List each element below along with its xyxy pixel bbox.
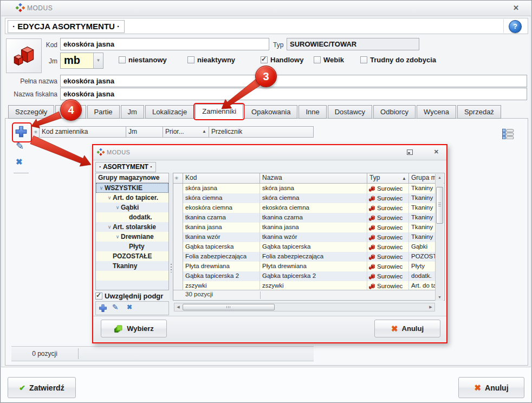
grid-column-header[interactable]: Jm▲ xyxy=(126,127,163,137)
tree-item[interactable]: ∨ Tkaniny xyxy=(96,261,168,271)
wybierz-button[interactable]: Wybierz xyxy=(101,320,167,337)
row-selector[interactable] xyxy=(173,242,183,252)
cell-grupa: Tkaniny xyxy=(409,203,436,213)
table-row[interactable]: tkanina jasna tkanina jasna Surowiec Tka… xyxy=(173,223,436,232)
table-row[interactable]: Folia zabezpieczająca Folia zabezpieczaj… xyxy=(173,252,436,262)
chevron-down-icon[interactable]: ∨ xyxy=(98,183,105,193)
row-selector[interactable] xyxy=(173,271,183,281)
dialog-titlebar[interactable]: MODUS ✕ xyxy=(93,145,446,160)
tree-item[interactable]: ∨ Art. do tapicer. xyxy=(96,193,168,203)
tree-item[interactable]: ∨ Drewniane xyxy=(96,232,168,242)
grid-column-header[interactable]: Prior...▲ xyxy=(163,127,209,137)
tab-item[interactable]: Partie xyxy=(87,105,120,119)
edit-zamiennik-button[interactable]: ✎ xyxy=(16,140,24,152)
row-selector[interactable] xyxy=(173,262,183,271)
delete-group-button[interactable]: ✖ xyxy=(127,303,132,311)
table-column-header[interactable]: Kod▲ xyxy=(183,173,260,183)
scroll-left-icon[interactable]: ◀ xyxy=(174,303,182,311)
tab-item[interactable]: Ceny xyxy=(55,105,86,119)
table-row[interactable]: tkanina czarna tkanina czarna Surowiec T… xyxy=(173,213,436,223)
row-selector[interactable] xyxy=(173,252,183,262)
flag-checkbox-item[interactable]: niestanowy xyxy=(119,55,167,64)
scroll-up-icon[interactable]: ▲ xyxy=(436,174,444,181)
table-column-header[interactable]: Grupa ma▲ xyxy=(409,173,436,183)
cell-nazwa: Gąbka tapicerska xyxy=(260,242,367,252)
tab-item[interactable]: Sprzedaż xyxy=(457,105,501,119)
flag-checkbox-item[interactable]: Trudny do zdobycia xyxy=(360,55,436,64)
table-row[interactable]: skóra jasna skóra jasna Surowiec Tkaniny xyxy=(173,184,436,193)
tree-item[interactable]: ∨ WSZYSTKIE xyxy=(96,183,168,193)
help-icon[interactable]: ? xyxy=(509,20,522,33)
flag-checkbox-item[interactable]: nieaktywny xyxy=(187,55,235,64)
chevron-down-icon[interactable]: ∨ xyxy=(114,232,121,242)
edit-group-button[interactable]: ✎ xyxy=(112,303,119,311)
column-chooser-icon[interactable] xyxy=(502,128,514,139)
zatwierdz-button[interactable]: ✔ Zatwierdź xyxy=(8,377,76,398)
chevron-down-icon[interactable]: ∨ xyxy=(106,193,113,203)
row-selector[interactable] xyxy=(173,213,183,223)
row-selector[interactable] xyxy=(173,184,183,193)
scroll-down-icon[interactable]: ▼ xyxy=(436,294,444,301)
nazwa-fiskalna-input[interactable] xyxy=(60,88,527,100)
window-titlebar[interactable]: MODUS ✕ xyxy=(1,1,531,16)
table-row[interactable]: Gąbka tapicerska 2 Gąbka tapicerska 2 Su… xyxy=(173,271,436,281)
grid-column-header[interactable]: Przelicznik▲ xyxy=(209,127,313,137)
tab-item[interactable]: Wycena xyxy=(417,105,456,119)
tree-header: Grupy magazynowe xyxy=(96,173,168,183)
checkbox-icon[interactable] xyxy=(261,56,268,63)
tree-item-label: Płyty xyxy=(129,242,145,251)
close-icon[interactable]: ✕ xyxy=(513,4,519,12)
vertical-scrollbar[interactable]: ▲ ▼ xyxy=(435,174,444,301)
tab-item[interactable]: Lokalizacje xyxy=(145,105,194,119)
dialog-anuluj-button[interactable]: ✖ Anuluj xyxy=(374,320,440,337)
row-selector[interactable] xyxy=(173,223,183,232)
tab-item[interactable]: Inne xyxy=(299,105,326,119)
delete-zamiennik-button[interactable]: ✖ xyxy=(16,157,23,167)
scrollbar-thumb[interactable] xyxy=(436,187,443,224)
tree-item[interactable]: ∨ Art. stolarskie xyxy=(96,222,168,232)
flag-checkbox-item[interactable]: Handlowy xyxy=(261,55,303,64)
tab-item[interactable]: Opakowania xyxy=(244,105,297,119)
include-subgroups-row[interactable]: Uwzględnij podgr xyxy=(95,291,169,301)
tree-item[interactable]: ∨ dodatk. xyxy=(96,212,168,222)
chevron-down-icon[interactable]: ∨ xyxy=(114,203,121,212)
anuluj-button[interactable]: ✖ Anuluj xyxy=(458,377,524,398)
help-button[interactable]: ? xyxy=(503,19,527,33)
table-row[interactable]: Płyta drewniana Płyta drewniana Surowiec… xyxy=(173,262,436,271)
row-selector[interactable] xyxy=(173,193,183,203)
checkbox-icon[interactable] xyxy=(314,56,321,63)
add-group-button[interactable] xyxy=(99,304,107,313)
table-row[interactable]: Gąbka tapicerska Gąbka tapicerska Surowi… xyxy=(173,242,436,252)
checkbox-icon[interactable] xyxy=(95,292,102,300)
table-row[interactable]: tkanina wzór tkanina wzór Surowiec Tkani… xyxy=(173,232,436,242)
chevron-down-icon[interactable]: ∨ xyxy=(106,222,113,232)
scroll-right-icon[interactable]: ▶ xyxy=(427,303,434,311)
kod-input[interactable] xyxy=(60,38,269,50)
table-column-header[interactable]: Typ▲ xyxy=(367,173,409,183)
grid-column-header[interactable]: Kod zamiennika▲ xyxy=(40,127,126,137)
restore-icon[interactable] xyxy=(407,150,413,155)
flag-checkbox-item[interactable]: Webik xyxy=(314,55,344,64)
dialog-title: MODUS xyxy=(107,149,130,155)
tree-item[interactable]: ∨ Gąbki xyxy=(96,203,168,212)
checkbox-icon[interactable] xyxy=(187,56,194,63)
table-row[interactable]: skóra ciemna skóra ciemna Surowiec Tkani… xyxy=(173,193,436,203)
tab-item[interactable]: Szczegóły xyxy=(8,105,54,119)
row-selector[interactable] xyxy=(173,232,183,242)
tab-item[interactable]: Odbiorcy xyxy=(373,105,416,119)
tree-item[interactable]: ∨ POZOSTAŁE xyxy=(96,251,168,261)
table-row[interactable]: ekoskóra ciemna ekoskóra ciemna Surowiec… xyxy=(173,203,436,213)
add-zamiennik-button[interactable] xyxy=(15,125,28,138)
tree-item[interactable]: ∨ Płyty xyxy=(96,242,168,251)
tab-item[interactable]: Dostawcy xyxy=(328,105,372,119)
checkbox-icon[interactable] xyxy=(360,56,367,63)
horizontal-scrollbar[interactable]: ◀ ▶ xyxy=(174,303,435,311)
tab-item[interactable]: Zamienniki xyxy=(195,104,243,119)
close-icon[interactable]: ✕ xyxy=(434,148,439,155)
table-column-header[interactable]: Nazwa▲ xyxy=(260,173,367,183)
checkbox-icon[interactable] xyxy=(119,56,126,63)
scrollbar-thumb[interactable] xyxy=(183,304,275,310)
pelna-nazwa-input[interactable] xyxy=(60,75,527,87)
row-selector[interactable] xyxy=(173,203,183,213)
tab-item[interactable]: Jm xyxy=(121,105,144,119)
